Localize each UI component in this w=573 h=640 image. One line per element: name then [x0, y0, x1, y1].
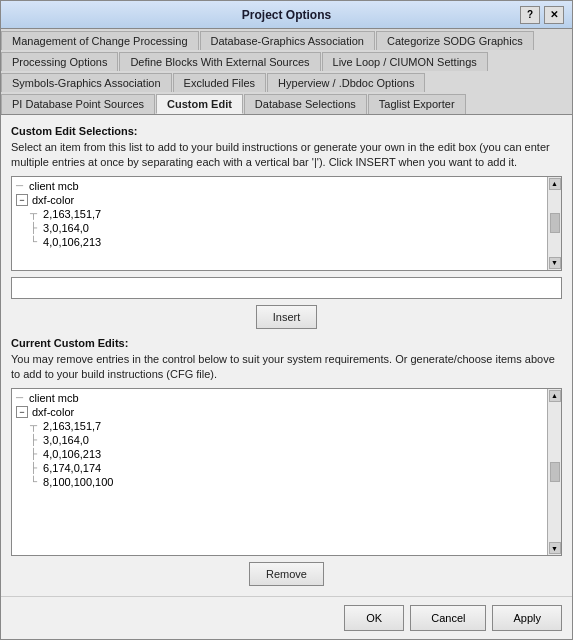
- tabs-container: Management of Change Processing Database…: [1, 29, 572, 115]
- tab-define-blocks[interactable]: Define Blocks With External Sources: [119, 52, 320, 71]
- close-button[interactable]: ✕: [544, 6, 564, 24]
- list-item[interactable]: − dxf-color: [14, 193, 545, 207]
- apply-button[interactable]: Apply: [492, 605, 562, 631]
- item-label: 3,0,164,0: [43, 434, 89, 446]
- custom-edit-input[interactable]: [11, 277, 562, 299]
- item-label: 3,0,164,0: [43, 222, 89, 234]
- tab-row-1: Management of Change Processing Database…: [1, 29, 572, 50]
- list-item[interactable]: ┬ 2,163,151,7: [14, 207, 545, 221]
- section1-title: Custom Edit Selections:: [11, 125, 562, 137]
- tree-line-icon: ├: [30, 448, 37, 459]
- tab-hyperview[interactable]: Hyperview / .Dbdoc Options: [267, 73, 425, 92]
- tab-taglist-exporter[interactable]: Taglist Exporter: [368, 94, 466, 114]
- list-item[interactable]: − dxf-color: [14, 405, 545, 419]
- insert-button[interactable]: Insert: [256, 305, 318, 329]
- item-label: 6,174,0,174: [43, 462, 101, 474]
- tree-line-icon: ├: [30, 462, 37, 473]
- section2-description: You may remove entries in the control be…: [11, 352, 562, 383]
- item-label: 2,163,151,7: [43, 420, 101, 432]
- tab-processing-options[interactable]: Processing Options: [1, 52, 118, 71]
- content-area: Custom Edit Selections: Select an item f…: [1, 115, 572, 596]
- list-item[interactable]: ├ 4,0,106,213: [14, 447, 545, 461]
- tab-row-4: PI Database Point Sources Custom Edit Da…: [1, 92, 572, 114]
- remove-btn-row: Remove: [11, 562, 562, 586]
- project-options-window: Project Options ? ✕ Management of Change…: [0, 0, 573, 640]
- tab-live-loop[interactable]: Live Loop / CIUMON Settings: [322, 52, 488, 71]
- title-controls: ? ✕: [520, 6, 564, 24]
- tree-line-icon: ┬: [30, 420, 37, 431]
- item-label: dxf-color: [32, 194, 74, 206]
- list-item[interactable]: ├ 6,174,0,174: [14, 461, 545, 475]
- scroll-down-btn[interactable]: ▼: [549, 542, 561, 554]
- list-item[interactable]: └ 4,0,106,213: [14, 235, 545, 249]
- lower-tree-content[interactable]: ─ client mcb − dxf-color ┬ 2,163,151,7 ├: [12, 389, 547, 555]
- window-title: Project Options: [53, 8, 520, 22]
- tab-management-of-change[interactable]: Management of Change Processing: [1, 31, 199, 50]
- item-label: client mcb: [29, 392, 79, 404]
- help-button[interactable]: ?: [520, 6, 540, 24]
- item-label: 2,163,151,7: [43, 208, 101, 220]
- tab-database-graphics[interactable]: Database-Graphics Association: [200, 31, 375, 50]
- tree-line-icon: ├: [30, 222, 37, 233]
- tab-database-selections[interactable]: Database Selections: [244, 94, 367, 114]
- upper-tree-content[interactable]: ─ client mcb − dxf-color ┬ 2,163,151,7 ├: [12, 177, 547, 270]
- lower-tree-box: ─ client mcb − dxf-color ┬ 2,163,151,7 ├: [11, 388, 562, 556]
- tab-custom-edit[interactable]: Custom Edit: [156, 94, 243, 114]
- tree-expand-icon[interactable]: −: [16, 194, 28, 206]
- tree-expand-icon[interactable]: −: [16, 406, 28, 418]
- section1: Custom Edit Selections: Select an item f…: [11, 125, 562, 329]
- item-label: client mcb: [29, 180, 79, 192]
- tab-row-3: Symbols-Graphics Association Excluded Fi…: [1, 71, 572, 92]
- tab-excluded-files[interactable]: Excluded Files: [173, 73, 267, 92]
- lower-scrollbar: ▲ ▼: [547, 389, 561, 555]
- list-item[interactable]: ┬ 2,163,151,7: [14, 419, 545, 433]
- footer-bar: OK Cancel Apply: [1, 596, 572, 639]
- scroll-up-btn[interactable]: ▲: [549, 390, 561, 402]
- upper-tree-box: ─ client mcb − dxf-color ┬ 2,163,151,7 ├: [11, 176, 562, 271]
- tree-dash-icon: ─: [16, 392, 23, 403]
- scroll-down-btn[interactable]: ▼: [549, 257, 561, 269]
- list-item[interactable]: └ 8,100,100,100: [14, 475, 545, 489]
- scroll-thumb[interactable]: [550, 462, 560, 482]
- section2: Current Custom Edits: You may remove ent…: [11, 337, 562, 586]
- list-item[interactable]: ─ client mcb: [14, 391, 545, 405]
- tree-line-icon: └: [30, 236, 37, 247]
- item-label: 8,100,100,100: [43, 476, 113, 488]
- remove-button[interactable]: Remove: [249, 562, 324, 586]
- tab-categorize-sodg[interactable]: Categorize SODG Graphics: [376, 31, 534, 50]
- item-label: dxf-color: [32, 406, 74, 418]
- tab-symbols-graphics[interactable]: Symbols-Graphics Association: [1, 73, 172, 92]
- tree-dash-icon: ─: [16, 180, 23, 191]
- cancel-button[interactable]: Cancel: [410, 605, 486, 631]
- tree-line-icon: └: [30, 476, 37, 487]
- scroll-up-btn[interactable]: ▲: [549, 178, 561, 190]
- list-item[interactable]: ├ 3,0,164,0: [14, 221, 545, 235]
- ok-button[interactable]: OK: [344, 605, 404, 631]
- title-bar: Project Options ? ✕: [1, 1, 572, 29]
- list-item[interactable]: ├ 3,0,164,0: [14, 433, 545, 447]
- tab-row-2: Processing Options Define Blocks With Ex…: [1, 50, 572, 71]
- item-label: 4,0,106,213: [43, 448, 101, 460]
- list-item[interactable]: ─ client mcb: [14, 179, 545, 193]
- section2-title: Current Custom Edits:: [11, 337, 562, 349]
- section1-description: Select an item from this list to add to …: [11, 140, 562, 171]
- scroll-thumb[interactable]: [550, 213, 560, 233]
- tree-line-icon: ├: [30, 434, 37, 445]
- tree-line-icon: ┬: [30, 208, 37, 219]
- text-input-wrapper: [11, 277, 562, 299]
- item-label: 4,0,106,213: [43, 236, 101, 248]
- upper-scrollbar: ▲ ▼: [547, 177, 561, 270]
- tab-pi-database[interactable]: PI Database Point Sources: [1, 94, 155, 114]
- insert-btn-row: Insert: [11, 305, 562, 329]
